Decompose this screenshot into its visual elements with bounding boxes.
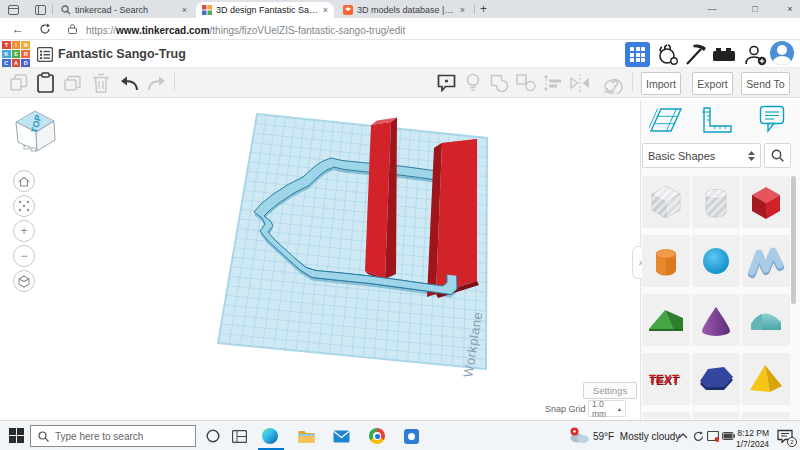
panel-scrollbar[interactable] [791, 176, 796, 304]
tab-close-icon[interactable]: × [182, 6, 187, 15]
shape-category-select[interactable]: Basic Shapes [642, 143, 761, 168]
mail-icon[interactable] [332, 427, 350, 445]
home-view-button[interactable] [13, 170, 35, 192]
zoom-in-button[interactable]: + [13, 220, 35, 242]
perspective-toggle-button[interactable] [13, 270, 35, 292]
shape-tile-partial[interactable] [742, 412, 790, 419]
delete-icon[interactable] [92, 73, 110, 93]
weather-icon[interactable] [568, 427, 590, 444]
file-explorer-icon[interactable] [297, 427, 315, 445]
shape-roof-green[interactable] [642, 294, 690, 346]
minus-icon: − [20, 249, 27, 263]
ruler-tool-icon[interactable] [702, 106, 733, 134]
tab-search[interactable]: tinkercad - Search × [55, 2, 193, 18]
invite-person-icon[interactable] [744, 44, 768, 66]
clock-time: 8:12 PM [736, 428, 769, 439]
ruler-icon[interactable] [602, 73, 623, 94]
search-placeholder: Type here to search [55, 431, 143, 442]
undo-icon[interactable] [119, 76, 139, 91]
shape-gallery: TEXT TEXT [642, 176, 790, 419]
tray-update-icon[interactable] [693, 431, 704, 442]
export-button[interactable]: Export [692, 72, 733, 95]
paste-icon[interactable] [36, 72, 55, 93]
view-cube[interactable]: TOP [12, 106, 62, 158]
canvas-3d-viewport[interactable]: Workplane [0, 100, 640, 420]
shape-cone-purple[interactable] [692, 294, 740, 346]
blue-app-icon[interactable] [402, 427, 420, 445]
tab-title: 3D design Fantastic Sango-Trug | [216, 5, 319, 15]
back-icon[interactable]: ← [12, 22, 24, 36]
start-button-icon[interactable] [9, 428, 24, 443]
taskbar-clock[interactable]: 8:12 PM 1/7/2024 [736, 428, 769, 449]
tray-expand-icon[interactable] [678, 433, 688, 439]
redo-icon[interactable] [147, 76, 167, 91]
shape-tile-partial[interactable] [692, 412, 740, 419]
battery-icon[interactable] [722, 432, 735, 440]
cortana-icon[interactable] [204, 427, 222, 445]
settings-button[interactable]: Settings [583, 382, 637, 399]
svg-text:TEXT: TEXT [648, 372, 681, 386]
design-title[interactable]: Fantastic Sango-Trug [58, 47, 186, 61]
shape-round-roof-teal[interactable] [742, 294, 790, 346]
lego-brick-icon[interactable] [712, 47, 736, 62]
shape-box-red[interactable] [742, 176, 790, 228]
send-to-button[interactable]: Send To [741, 72, 790, 95]
shape-search-button[interactable] [764, 143, 791, 168]
tab-close-icon[interactable]: × [460, 6, 465, 15]
minecraft-pickaxe-icon[interactable] [684, 43, 708, 65]
copy-icon[interactable] [10, 74, 28, 92]
user-avatar[interactable] [770, 41, 794, 65]
shape-tile-partial[interactable] [642, 412, 690, 419]
logo-letter: T [2, 41, 11, 49]
shape-cylinder-orange[interactable] [642, 235, 690, 287]
zoom-out-button[interactable]: − [13, 245, 35, 267]
shape-category-value: Basic Shapes [648, 150, 748, 162]
import-button[interactable]: Import [641, 72, 681, 95]
weather-text[interactable]: 59°F Mostly cloudy [593, 431, 680, 442]
tab-actions-icon[interactable] [8, 5, 19, 15]
taskbar-search-input[interactable]: Type here to search [30, 425, 196, 447]
notes-tool-icon[interactable] [759, 105, 785, 135]
caret-up-icon: ▲ [617, 406, 622, 412]
tab-separator [474, 5, 475, 14]
notes-icon[interactable] [437, 73, 456, 92]
shape-scribble[interactable] [742, 235, 790, 287]
red-wall-right[interactable] [427, 139, 479, 298]
edge-taskbar-icon[interactable] [261, 427, 279, 445]
url-text[interactable]: https://www.tinkercad.com/things/fizoVUe… [86, 25, 405, 36]
tab-tinkercad-design[interactable]: 3D design Fantastic Sango-Trug | × [196, 2, 334, 18]
vertical-tabs-icon[interactable] [35, 5, 46, 15]
refresh-icon[interactable] [39, 23, 51, 35]
window-close-button[interactable]: × [775, 0, 800, 18]
tinkercad-logo[interactable]: T I N K E R C A D [2, 41, 30, 67]
mirror-icon[interactable] [570, 74, 590, 92]
shape-box-transparent[interactable] [642, 176, 690, 228]
shape-pyramid-yellow[interactable] [742, 353, 790, 405]
logo-letter: D [21, 59, 30, 67]
tray-snip-icon[interactable] [707, 431, 719, 442]
shape-cylinder-transparent[interactable] [692, 176, 740, 228]
snap-grid-dropdown[interactable]: 1.0 mm ▲ [588, 400, 626, 417]
ungroup-icon[interactable] [516, 74, 537, 92]
new-tab-button[interactable]: + [480, 2, 487, 16]
workplane-tool-icon[interactable] [649, 104, 683, 135]
tab-printables[interactable]: 3D models database | Printables × [337, 2, 471, 18]
shape-polygon-navy[interactable] [692, 353, 740, 405]
chrome-icon[interactable] [368, 427, 386, 445]
editor-3d-button[interactable] [625, 42, 650, 67]
group-icon[interactable] [490, 74, 509, 92]
window-minimize-button[interactable]: — [697, 0, 727, 18]
sim-lab-icon[interactable] [656, 43, 679, 66]
lock-icon[interactable] [68, 24, 77, 34]
task-view-icon[interactable] [230, 427, 248, 445]
notification-count-badge: 2 [787, 437, 797, 447]
design-menu-icon[interactable] [37, 47, 53, 62]
show-all-icon[interactable] [464, 73, 482, 92]
window-maximize-button[interactable]: □ [740, 0, 770, 18]
fit-view-button[interactable] [13, 195, 35, 217]
shape-sphere-blue[interactable] [692, 235, 740, 287]
shape-text-red[interactable]: TEXT TEXT [642, 353, 690, 405]
tab-close-icon[interactable]: × [323, 6, 328, 15]
duplicate-icon[interactable] [64, 74, 84, 92]
align-icon[interactable] [543, 74, 564, 92]
